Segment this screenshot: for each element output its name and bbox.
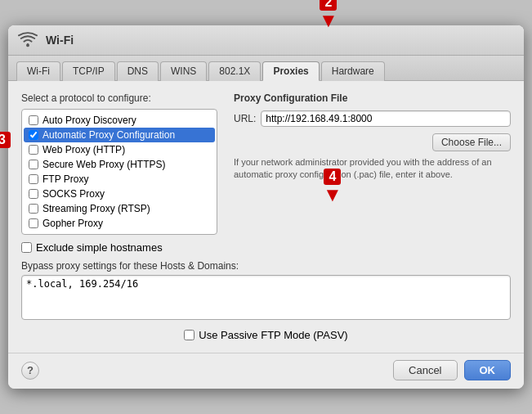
protocol-item-secure-web-proxy[interactable]: Secure Web Proxy (HTTPS): [24, 157, 215, 172]
tab-hardware[interactable]: Hardware: [321, 61, 385, 81]
bypass-section: Bypass proxy settings for these Hosts & …: [21, 260, 511, 322]
secure-web-proxy-checkbox[interactable]: [29, 160, 38, 169]
tab-proxies[interactable]: Proxies: [262, 61, 319, 81]
bypass-textarea[interactable]: *.local, 169.254/16: [21, 275, 511, 320]
protocol-item-auto-config[interactable]: Automatic Proxy Configuration: [24, 128, 215, 142]
streaming-proxy-label: Streaming Proxy (RTSP): [42, 203, 150, 214]
auto-proxy-label: Auto Proxy Discovery: [42, 115, 136, 126]
protocol-item-auto-proxy[interactable]: Auto Proxy Discovery: [24, 113, 215, 128]
tab-dns[interactable]: DNS: [117, 61, 159, 81]
help-button[interactable]: ?: [21, 362, 39, 380]
proxy-config-title: Proxy Configuration File: [234, 92, 511, 104]
passive-row: Use Passive FTP Mode (PASV): [21, 329, 511, 341]
gopher-proxy-checkbox[interactable]: [29, 218, 38, 228]
arrow-2-icon: ▼: [319, 12, 338, 28]
web-proxy-checkbox[interactable]: [29, 145, 38, 155]
left-panel: Select a protocol to configure: Auto Pro…: [21, 92, 217, 235]
tab-wins[interactable]: WINS: [160, 61, 207, 81]
proxy-info-text: If your network administrator provided y…: [234, 156, 511, 182]
right-panel: Proxy Configuration File URL: Choose Fil…: [234, 92, 511, 235]
footer: ? Cancel OK: [8, 353, 524, 389]
ok-button[interactable]: OK: [464, 360, 512, 380]
socks-proxy-label: SOCKS Proxy: [42, 188, 105, 200]
protocol-item-streaming-proxy[interactable]: Streaming Proxy (RTSP): [24, 201, 215, 216]
url-input[interactable]: [261, 110, 511, 127]
passive-ftp-label: Use Passive FTP Mode (PASV): [199, 329, 347, 341]
tab-tcpip[interactable]: TCP/IP: [62, 61, 115, 81]
choose-file-button[interactable]: Choose File...: [432, 133, 511, 151]
streaming-proxy-checkbox[interactable]: [29, 204, 38, 214]
protocol-list: Auto Proxy Discovery Automatic Proxy Con…: [21, 109, 217, 235]
secure-web-proxy-label: Secure Web Proxy (HTTPS): [42, 159, 165, 170]
auto-config-checkbox[interactable]: [29, 130, 38, 140]
svg-point-0: [26, 44, 29, 47]
wifi-icon: [18, 32, 38, 48]
url-label: URL:: [234, 113, 256, 124]
protocol-item-gopher-proxy[interactable]: Gopher Proxy: [24, 216, 215, 231]
window-title: Wi-Fi: [46, 34, 74, 47]
ftp-proxy-label: FTP Proxy: [42, 173, 88, 185]
bypass-label: Bypass proxy settings for these Hosts & …: [21, 260, 511, 272]
main-content: Select a protocol to configure: Auto Pro…: [8, 81, 524, 353]
socks-proxy-checkbox[interactable]: [29, 189, 38, 199]
protocol-item-socks-proxy[interactable]: SOCKS Proxy: [24, 187, 215, 201]
passive-ftp-checkbox[interactable]: [184, 330, 194, 340]
tabs-bar: Wi-Fi TCP/IP DNS WINS 802.1X Proxies Har…: [8, 56, 524, 81]
tab-wifi[interactable]: Wi-Fi: [16, 61, 60, 81]
main-window: Wi-Fi Wi-Fi TCP/IP DNS WINS 802.1X Proxi…: [8, 25, 524, 389]
titlebar: Wi-Fi: [8, 25, 524, 56]
gopher-proxy-label: Gopher Proxy: [42, 218, 103, 229]
ftp-proxy-checkbox[interactable]: [29, 174, 38, 184]
exclude-hostnames-label: Exclude simple hostnames: [36, 241, 163, 254]
exclude-hostnames-checkbox[interactable]: [21, 242, 32, 253]
protocol-item-web-proxy[interactable]: Web Proxy (HTTP): [24, 142, 215, 157]
footer-buttons: Cancel OK: [393, 360, 511, 380]
cancel-button[interactable]: Cancel: [393, 360, 457, 380]
main-section: Select a protocol to configure: Auto Pro…: [21, 92, 511, 235]
annotation-4: 4: [324, 169, 341, 185]
tab-8021x[interactable]: 802.1X: [208, 61, 261, 81]
section-label: Select a protocol to configure:: [21, 92, 217, 104]
exclude-row: Exclude simple hostnames: [21, 241, 511, 254]
url-row: URL:: [234, 110, 511, 127]
annotation-3: 3: [0, 132, 11, 148]
protocol-item-ftp-proxy[interactable]: FTP Proxy: [24, 172, 215, 187]
arrow-4-icon: ▼: [323, 187, 342, 202]
auto-proxy-checkbox[interactable]: [29, 115, 38, 125]
web-proxy-label: Web Proxy (HTTP): [42, 144, 125, 155]
auto-config-label: Automatic Proxy Configuration: [42, 129, 175, 141]
